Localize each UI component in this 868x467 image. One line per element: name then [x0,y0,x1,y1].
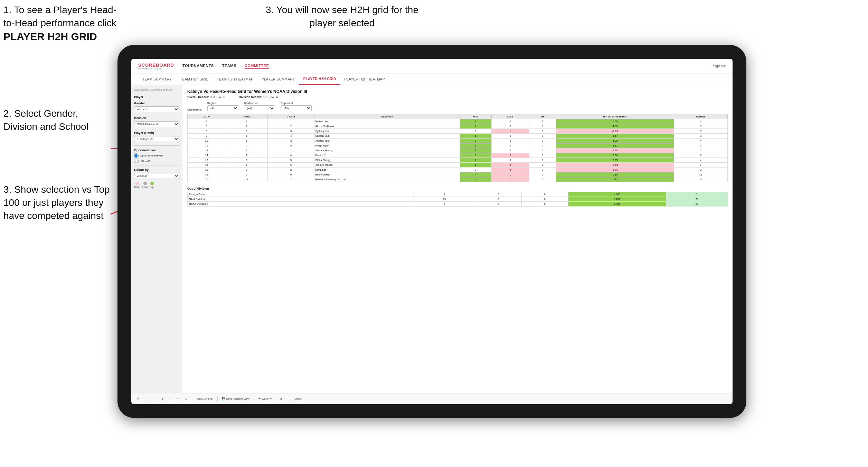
overall-record-label: Overall Record: [187,95,209,99]
toolbar-redo-right[interactable]: ↪ [176,397,181,401]
table-cell: 0 [529,163,556,168]
toolbar-add[interactable]: ⊕ [160,397,165,401]
instruction-step2: 2. Select Gender, Division and School [3,107,111,133]
table-cell: 1 [460,124,492,129]
step2-text: 2. Select Gender, Division and School [3,108,88,132]
tablet-frame: SCOREBOARD Powered by clippd TOURNAMENTS… [117,45,746,418]
overall-record: Overall Record: 353 - 34 - 6 [187,95,225,99]
out-table-cell: 7.400 [568,202,666,207]
sidebar-gender-select[interactable]: Women's [134,106,179,112]
toolbar-redo-left[interactable]: ↩ [168,397,173,401]
toolbar-share[interactable]: ↗ Share [290,397,303,401]
toolbar-grid[interactable]: ⊞ [279,397,284,401]
table-cell: 1 [491,177,529,182]
toolbar-watch[interactable]: 👁 Watch ▾ [257,397,273,401]
nav-sign-out[interactable]: Sign out [713,64,726,68]
table-cell: 6 [268,172,314,177]
subnav-team-h2h-grid[interactable]: TEAM H2H GRID [176,74,213,85]
toolbar-view-original[interactable]: View: Original [195,397,215,401]
table-cell: 0 [529,153,556,158]
subnav-team-summary[interactable]: TEAM SUMMARY [138,74,176,85]
table-cell: 0 [529,158,556,163]
sidebar-division-select[interactable]: NCAA Division III [134,121,179,127]
table-row: 1616Jessica Mason120-0.947 [188,163,728,168]
table-cell: -3.00 [556,148,674,153]
sidebar-opponent-view-label: Opponent view [134,149,179,152]
subnav-player-summary[interactable]: PLAYER SUMMARY [257,74,299,85]
table-cell: 0.30 [556,172,674,177]
filter-opponent-select[interactable]: (All) [281,105,312,111]
out-table-cell: NAIA Division 1 [188,197,414,202]
sidebar-top100-radio[interactable]: Top 100 [134,159,179,163]
sidebar-colour-by-label: Colour by [134,168,179,172]
table-cell: 0 [529,124,556,129]
table-cell: 2 [491,168,529,172]
table-row: 20117Federica Domecq Lacroze2101.336 [188,177,728,182]
table-cell: 6 [226,139,268,143]
legend-up-label: Up [150,186,153,188]
table-cell: 10 [188,139,226,143]
toolbar-save-custom[interactable]: 💾 Save Custom View [220,397,251,401]
opponents-played-radio-input[interactable] [134,153,139,158]
legend-level-dot [143,182,147,185]
step1-bold: PLAYER H2H GRID [3,31,97,42]
toolbar-forward[interactable]: → [152,397,157,401]
table-cell: 3 [674,129,728,134]
table-row: 522Alexis Sudjianto1004.003 [188,124,728,129]
sidebar-player-rank-select[interactable]: 8. Katelyn Vo [134,136,179,142]
top100-radio-input[interactable] [134,159,139,163]
nav-committee[interactable]: COMMITTEE [245,64,269,69]
nav-tournaments[interactable]: TOURNAMENTS [182,64,214,69]
table-cell: 1 [268,119,314,124]
table-row: 633Sydney Kuo010-1.003 [188,129,728,134]
filter-conference-select[interactable]: (All) [244,105,275,111]
filter-region-group: Region (All) [207,102,238,111]
table-cell: 4.00 [556,124,674,129]
table-cell: 0 [491,158,529,163]
subnav-player-h2h-grid[interactable]: PLAYER H2H GRID [299,74,340,85]
table-cell: 6 [226,172,268,177]
table-cell: Stella Cheng [314,158,460,163]
table-cell: 2 [268,124,314,129]
toolbar-undo[interactable]: ↺ [135,397,141,401]
legend-level-label: Level [142,186,148,188]
sidebar-division-label: Division [134,116,179,120]
table-row: 1311Jessica Huang100-3.002 [188,148,728,153]
th-opponent: Opponent [314,114,460,119]
table-cell: 0 [491,143,529,148]
toolbar-target[interactable]: ⊙ [184,397,189,401]
filter-region-select[interactable]: (All) [207,105,238,111]
logo-wrap: SCOREBOARD Powered by clippd [138,63,174,70]
subnav-team-h2h-heatmap[interactable]: TEAM H2H HEATMAP [213,74,257,85]
out-table-row: NCAA Division 25007.40010 [188,202,728,207]
table-cell: 4 [674,119,728,124]
table-cell: 3 [226,129,268,134]
toolbar-divider3 [254,396,254,402]
table-cell: 1.33 [556,177,674,182]
nav-teams[interactable]: TEAMS [222,64,236,69]
table-row: 914Sharon Mun1003.673 [188,134,728,139]
sidebar-opponents-played-radio[interactable]: Opponents Played [134,153,179,158]
sidebar-player-rank-label: Player (Rank) [134,131,179,135]
table-cell: Euna Lee [314,168,460,172]
table-cell: 3.25 [556,158,674,163]
sidebar-colour-by-select[interactable]: Win/loss [134,173,179,179]
tablet-screen: SCOREBOARD Powered by clippd TOURNAMENTS… [131,59,733,404]
table-cell: 2 [460,153,492,158]
table-cell: 0 [529,139,556,143]
table-cell: 1 [226,119,268,124]
table-cell: 7 [268,177,314,182]
filter-opponent-group: Opponent (All) [281,102,312,111]
table-row: 1966Emily Chang4100.3011 [188,172,728,177]
table-cell: 0 [529,134,556,139]
instruction-step3-left: 3. Show selection vs Top 100 or just pla… [3,183,111,222]
table-cell: 2 [491,153,529,158]
subnav-player-h2h-heatmap[interactable]: PLAYER H2H HEATMAP [340,74,389,85]
table-cell: Sydney Kuo [314,129,460,134]
sidebar: Last Updated: 27/03/2024 16:55:38 Player… [131,85,182,393]
table-cell: Esther Lee [314,119,460,124]
out-table-cell: 9.267 [568,197,666,202]
toolbar-back[interactable]: ← [143,397,149,401]
legend-up: Up [150,182,154,188]
table-cell: Emily Chang [314,172,460,177]
